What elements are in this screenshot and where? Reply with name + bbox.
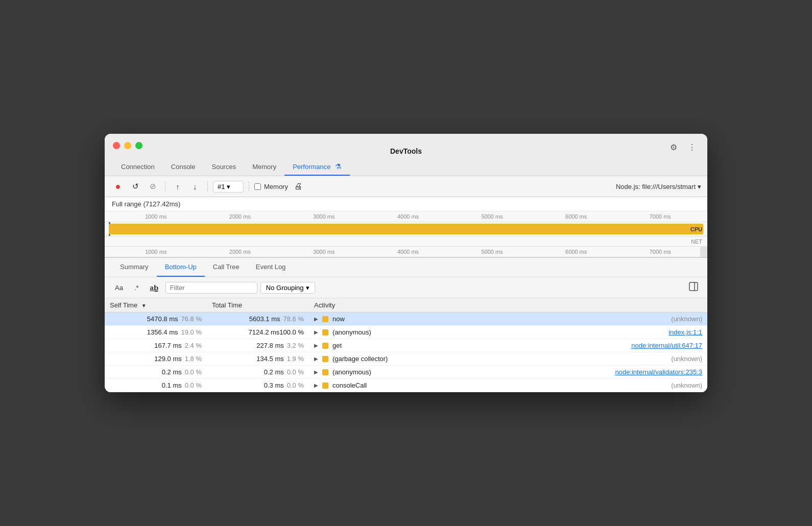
- source-link[interactable]: node:internal/validators:235:3: [615, 368, 702, 376]
- toolbar: ● ↺ ⊘ ↑ ↓ #1 ▾ Memory 🖨 Node.js: file://…: [105, 176, 707, 197]
- table-row[interactable]: 0.2 ms0.0 %0.2 ms0.0 % ▶ (anonymous) nod…: [105, 366, 707, 379]
- net-bar-container[interactable]: NET: [105, 236, 707, 247]
- memory-checkbox-input[interactable]: [254, 183, 261, 190]
- cpu-bar: [109, 224, 703, 234]
- traffic-lights: [113, 142, 142, 149]
- col-header-self-time[interactable]: Self Time ▼: [105, 298, 207, 313]
- profile-selector[interactable]: #1 ▾: [213, 181, 244, 193]
- source-link[interactable]: index.js:1:1: [668, 328, 702, 336]
- expand-arrow-icon[interactable]: ▶: [314, 329, 318, 335]
- tab-bottom-up[interactable]: Bottom-Up: [157, 258, 205, 277]
- net-label: NET: [691, 238, 702, 245]
- tab-call-tree[interactable]: Call Tree: [205, 258, 248, 277]
- memory-checkbox[interactable]: Memory: [254, 183, 288, 190]
- svg-rect-0: [689, 282, 698, 291]
- top-ruler: 1000 ms 2000 ms 3000 ms 4000 ms 5000 ms …: [105, 211, 707, 222]
- scrollbar-handle[interactable]: [700, 247, 707, 257]
- more-icon[interactable]: ⋮: [685, 140, 699, 154]
- table-row[interactable]: 5470.8 ms76.8 %5603.1 ms78.6 % ▶ now (un…: [105, 313, 707, 326]
- memory-icon[interactable]: 🖨: [291, 179, 305, 194]
- maximize-button[interactable]: [135, 142, 142, 149]
- tab-console[interactable]: Console: [163, 159, 204, 176]
- btick-5000: 5000 ms: [450, 249, 534, 255]
- expand-arrow-icon[interactable]: ▶: [314, 369, 318, 375]
- activity-color-dot: [322, 316, 328, 322]
- target-dropdown-arrow: ▾: [698, 183, 701, 190]
- tab-icons: ⚙ ⋮: [666, 140, 699, 156]
- expand-arrow-icon[interactable]: ▶: [314, 382, 318, 388]
- activity-name: (anonymous): [332, 328, 371, 336]
- table-row[interactable]: 129.0 ms1.8 %134.5 ms1.9 % ▶ (garbage co…: [105, 352, 707, 366]
- table-row[interactable]: 1356.4 ms19.0 %7124.2 ms100.0 % ▶ (anony…: [105, 326, 707, 339]
- tick-2000: 2000 ms: [198, 213, 282, 220]
- regex-button[interactable]: .*: [130, 282, 143, 293]
- analysis-tabs: Summary Bottom-Up Call Tree Event Log: [105, 258, 707, 277]
- case-sensitive-button[interactable]: Aa: [111, 282, 127, 293]
- total-time-cell: 227.8 ms3.2 %: [207, 339, 309, 352]
- expand-arrow-icon[interactable]: ▶: [314, 343, 318, 348]
- activity-color-dot: [322, 369, 328, 375]
- self-time-cell: 0.1 ms0.0 %: [105, 379, 207, 392]
- target-selector[interactable]: Node.js: file:///Users/stmart ▾: [616, 183, 701, 190]
- col-header-activity[interactable]: Activity: [309, 298, 707, 313]
- window-title: DevTools: [390, 147, 422, 155]
- source-unknown: (unknown): [671, 355, 702, 363]
- tab-performance[interactable]: Performance ⚗: [284, 158, 350, 176]
- separator-1: [165, 181, 165, 192]
- tab-event-log[interactable]: Event Log: [248, 258, 294, 277]
- tick-6000: 6000 ms: [534, 213, 618, 220]
- panel-toggle-button[interactable]: [686, 280, 701, 295]
- activity-name: consoleCall: [332, 381, 367, 389]
- record-button[interactable]: ●: [111, 179, 125, 194]
- table-row[interactable]: 0.1 ms0.0 %0.3 ms0.0 % ▶ consoleCall (un…: [105, 379, 707, 392]
- separator-3: [249, 181, 249, 192]
- table-row[interactable]: 167.7 ms2.4 %227.8 ms3.2 % ▶ get node:in…: [105, 339, 707, 352]
- activity-cell: ▶ get node:internal/util:647:17: [309, 339, 707, 352]
- filter-input[interactable]: [165, 282, 257, 294]
- bottom-ruler: 1000 ms 2000 ms 3000 ms 4000 ms 5000 ms …: [105, 247, 707, 258]
- self-time-cell: 1356.4 ms19.0 %: [105, 326, 207, 339]
- separator-2: [207, 181, 208, 192]
- dropdown-arrow: ▾: [227, 183, 230, 190]
- self-time-cell: 167.7 ms2.4 %: [105, 339, 207, 352]
- total-time-cell: 5603.1 ms78.6 %: [207, 313, 309, 326]
- close-button[interactable]: [113, 142, 120, 149]
- expand-arrow-icon[interactable]: ▶: [314, 316, 318, 322]
- activity-color-dot: [322, 329, 328, 336]
- activity-name: now: [332, 315, 345, 323]
- activity-name: (garbage collector): [332, 355, 388, 363]
- data-table-container: Self Time ▼ Total Time Activity 5470.8 m…: [105, 298, 707, 392]
- settings-icon[interactable]: ⚙: [666, 140, 681, 154]
- expand-arrow-icon[interactable]: ▶: [314, 356, 318, 362]
- self-time-cell: 129.0 ms1.8 %: [105, 352, 207, 366]
- grouping-select[interactable]: No Grouping ▾: [260, 282, 315, 294]
- activity-cell: ▶ now (unknown): [309, 313, 707, 326]
- btick-1000: 1000 ms: [114, 249, 198, 255]
- reload-button[interactable]: ↺: [128, 179, 142, 194]
- activity-name: (anonymous): [332, 368, 371, 376]
- devtools-window: DevTools ⚙ ⋮ Connection Console Sources …: [105, 134, 707, 392]
- upload-button[interactable]: ↑: [171, 179, 185, 194]
- content-area: Full range (7127.42ms) 1000 ms 2000 ms 3…: [105, 197, 707, 392]
- col-header-total-time[interactable]: Total Time: [207, 298, 309, 313]
- tab-memory[interactable]: Memory: [244, 159, 284, 176]
- whole-word-button[interactable]: ab̲: [146, 282, 162, 293]
- source-link[interactable]: node:internal/util:647:17: [631, 342, 702, 349]
- tick-1000: 1000 ms: [114, 213, 198, 220]
- btick-7000: 7000 ms: [618, 249, 702, 255]
- activity-name: get: [332, 342, 342, 349]
- activity-cell: ▶ consoleCall (unknown): [309, 379, 707, 392]
- tab-connection[interactable]: Connection: [113, 159, 163, 176]
- filter-row: Aa .* ab̲ No Grouping ▾: [105, 277, 707, 298]
- activity-cell: ▶ (garbage collector) (unknown): [309, 352, 707, 366]
- tab-summary[interactable]: Summary: [112, 258, 157, 277]
- tick-3000: 3000 ms: [282, 213, 366, 220]
- cpu-bar-container[interactable]: CPU: [105, 222, 707, 236]
- minimize-button[interactable]: [124, 142, 131, 149]
- download-button[interactable]: ↓: [188, 179, 202, 194]
- self-time-cell: 0.2 ms0.0 %: [105, 366, 207, 379]
- activity-color-dot: [322, 356, 328, 362]
- tab-sources[interactable]: Sources: [203, 159, 244, 176]
- source-unknown: (unknown): [671, 381, 702, 389]
- clear-button[interactable]: ⊘: [146, 179, 160, 194]
